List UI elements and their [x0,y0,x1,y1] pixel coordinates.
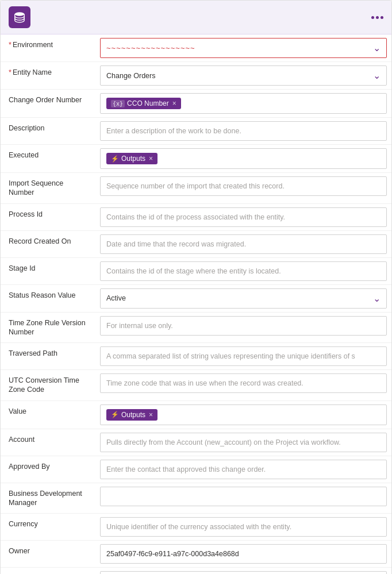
required-star: * [9,40,11,49]
input-value-currency: Unique identifier of the currency associ… [106,523,291,531]
field-process_id[interactable]: Contains the id of the process associate… [95,204,391,230]
dropdown-environment[interactable]: ~~~~~~~~~~~~~~~~~~⌄ [100,38,387,58]
dropdown-value-status_reason_value: Active [106,294,126,302]
form-row-currency: CurrencyUnique identifier of the currenc… [1,514,391,541]
token-label-executed: Outputs [121,155,145,163]
token-value: ⚡Outputs × [106,409,157,421]
label-description: Description [1,118,95,138]
input-approved_by[interactable]: Enter the contact that approved this cha… [100,460,387,479]
field-record_created_on[interactable]: Date and time that the record was migrat… [95,231,391,257]
input-record_created_on[interactable]: Date and time that the record was migrat… [100,234,387,254]
input-description[interactable]: Enter a description of the work to be do… [100,121,387,141]
input-stage_id[interactable]: Contains the id of the stage where the e… [100,261,387,281]
label-text-change_order_number: Change Order Number [9,95,82,105]
dropdown-status_reason_value[interactable]: Active⌄ [100,288,387,309]
input-value-owner: 25af0497-f6c9-e911-a97c-000d3a4e868d [106,550,239,558]
more-options-button[interactable] [371,16,383,19]
label-utc_conversion_time_zone_code: UTC Conversion Time Zone Code [1,370,95,400]
input-import_sequence_number[interactable]: Sequence number of the import that creat… [100,176,387,196]
input-owner[interactable]: 25af0497-f6c9-e911-a97c-000d3a4e868d [100,544,387,564]
input-value-account: Pulls directly from the Account (new_acc… [106,438,341,446]
token-field-value[interactable]: ⚡Outputs × [100,405,387,425]
form-row-executed: Executed⚡Outputs × [1,145,391,173]
field-value[interactable]: ⚡Outputs × [95,401,391,429]
token-remove-value[interactable]: × [149,411,153,419]
label-text-description: Description [9,124,45,133]
label-change_order_number: Change Order Number [1,90,95,110]
field-environment[interactable]: ~~~~~~~~~~~~~~~~~~⌄ [95,34,391,61]
field-status_reason_value[interactable]: Active⌄ [95,285,391,312]
dropdown-arrow-environment: ⌄ [373,43,381,53]
field-time_zone_rule_version_number[interactable]: For internal use only. [95,313,391,339]
field-import_sequence_number[interactable]: Sequence number of the import that creat… [95,173,391,199]
label-time_zone_rule_version_number: Time Zone Rule Version Number [1,313,95,343]
token-remove-change_order_number[interactable]: × [172,99,176,107]
token-remove-executed[interactable]: × [149,155,153,163]
label-text-currency: Currency [9,519,38,529]
token-icon-value: ⚡ [111,411,119,418]
field-approved_by[interactable]: Enter the contact that approved this cha… [95,456,391,483]
input-process_id[interactable]: Contains the id of the process associate… [100,207,387,227]
label-text-account: Account [9,435,34,444]
label-text-traversed_path: Traversed Path [9,349,57,358]
field-owner[interactable]: 25af0497-f6c9-e911-a97c-000d3a4e868d [95,541,391,567]
field-stage_id[interactable]: Contains the id of the stage where the e… [95,258,391,284]
header-icon [9,6,30,28]
label-entity_name: * Entity Name [1,62,95,83]
form-row-process_id: Process IdContains the id of the process… [1,204,391,231]
field-change_order_number[interactable]: {x}CCO Number × [95,90,391,117]
label-process_id: Process Id [1,204,95,225]
dropdown-arrow-status_reason_value: ⌄ [373,293,381,304]
token-field-executed[interactable]: ⚡Outputs × [100,148,387,169]
input-value-description: Enter a description of the work to be do… [106,127,241,135]
input-currency[interactable]: Unique identifier of the currency associ… [100,517,387,537]
field-traversed_path[interactable]: A comma separated list of string values … [95,343,391,369]
input-traversed_path[interactable]: A comma separated list of string values … [100,346,387,366]
field-currency[interactable]: Unique identifier of the currency associ… [95,514,391,540]
form-row-change_order_number: Change Order Number{x}CCO Number × [1,90,391,118]
input-value-approved_by: Enter the contact that approved this cha… [106,465,266,473]
label-import_sequence_number: Import Sequence Number [1,173,95,203]
form-row-status_reason_value: Status Reason ValueActive⌄ [1,285,391,313]
label-value: Value [1,401,95,422]
input-value-traversed_path: A comma separated list of string values … [106,352,355,360]
label-currency: Currency [1,514,95,534]
label-text-record_created_on: Record Created On [9,237,71,246]
label-executed: Executed [1,145,95,165]
label-text-approved_by: Approved By [9,462,50,471]
dropdown-entity_name[interactable]: Change Orders⌄ [100,66,387,86]
token-label-change_order_number: CCO Number [127,99,169,107]
label-text-time_zone_rule_version_number: Time Zone Rule Version Number [9,318,90,337]
label-text-stage_id: Stage Id [9,264,36,273]
label-owner_type: Owner Type [1,568,95,574]
field-account[interactable]: Pulls directly from the Account (new_acc… [95,429,391,456]
field-business_development_manager[interactable] [95,483,391,510]
form-row-owner_type: Owner Typesystemusers⌄ [1,568,391,574]
field-owner_type[interactable]: systemusers⌄ [95,568,391,574]
label-account: Account [1,429,95,450]
input-account[interactable]: Pulls directly from the Account (new_acc… [100,433,387,452]
form-row-owner: Owner25af0497-f6c9-e911-a97c-000d3a4e868… [1,541,391,568]
field-description[interactable]: Enter a description of the work to be do… [95,118,391,144]
database-icon [13,11,26,24]
token-change_order_number: {x}CCO Number × [106,98,181,109]
required-star: * [9,68,11,77]
token-field-change_order_number[interactable]: {x}CCO Number × [100,93,387,114]
label-stage_id: Stage Id [1,258,95,279]
form-row-traversed_path: Traversed PathA comma separated list of … [1,343,391,370]
input-utc_conversion_time_zone_code[interactable]: Time zone code that was in use when the … [100,373,387,393]
field-entity_name[interactable]: Change Orders⌄ [95,62,391,89]
label-text-value: Value [9,407,26,416]
label-text-business_development_manager: Business Development Manager [9,489,90,508]
input-business_development_manager[interactable] [100,487,387,506]
form-body: * Environment~~~~~~~~~~~~~~~~~~⌄* Entity… [1,34,391,574]
token-icon-change_order_number: {x} [111,100,125,107]
dropdown-owner_type[interactable]: systemusers⌄ [100,571,387,574]
field-utc_conversion_time_zone_code[interactable]: Time zone code that was in use when the … [95,370,391,396]
input-value-utc_conversion_time_zone_code: Time zone code that was in use when the … [106,379,303,387]
label-text-executed: Executed [9,151,39,160]
label-text-entity_name: Entity Name [13,68,52,77]
input-time_zone_rule_version_number[interactable]: For internal use only. [100,316,387,336]
form-row-business_development_manager: Business Development Manager [1,483,391,514]
field-executed[interactable]: ⚡Outputs × [95,145,391,172]
